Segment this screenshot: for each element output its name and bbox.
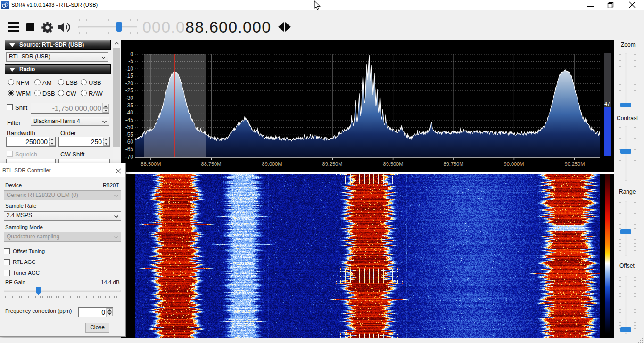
svg-text:-35: -35	[125, 102, 134, 109]
svg-text:88.500M: 88.500M	[141, 161, 161, 167]
svg-text:-30: -30	[125, 95, 134, 101]
svg-text:-10: -10	[125, 65, 134, 72]
svg-text:0: 0	[130, 51, 133, 57]
svg-text:89.000M: 89.000M	[262, 161, 282, 167]
svg-text:-55: -55	[125, 131, 134, 138]
svg-text:-15: -15	[125, 73, 134, 79]
svg-text:-20: -20	[125, 80, 134, 87]
svg-text:-25: -25	[125, 87, 134, 94]
svg-text:88.750M: 88.750M	[201, 161, 222, 167]
svg-text:89.250M: 89.250M	[322, 161, 343, 167]
svg-text:-45: -45	[125, 117, 134, 123]
svg-text:-70: -70	[125, 154, 134, 160]
svg-text:89.500M: 89.500M	[383, 161, 404, 167]
svg-text:47: 47	[604, 101, 610, 106]
svg-text:-40: -40	[125, 109, 134, 116]
svg-text:-50: -50	[125, 124, 134, 131]
svg-text:90.250M: 90.250M	[565, 161, 585, 167]
svg-text:-60: -60	[125, 139, 134, 145]
svg-text:-5: -5	[128, 58, 133, 65]
svg-text:89.750M: 89.750M	[444, 161, 464, 167]
svg-text:-65: -65	[125, 146, 134, 153]
svg-text:90.000M: 90.000M	[504, 161, 524, 167]
